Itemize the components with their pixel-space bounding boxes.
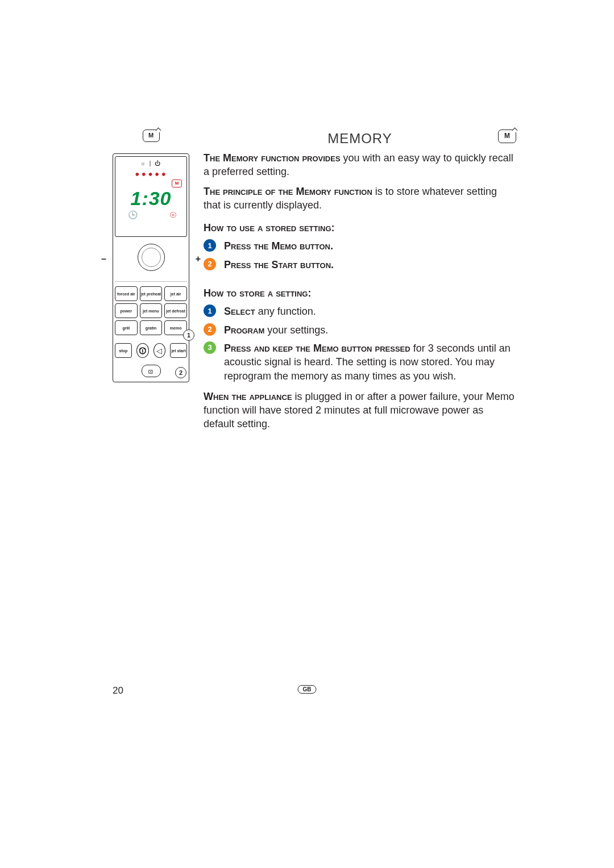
btn-grill: grill — [115, 320, 138, 335]
page-title: MEMORY — [204, 130, 516, 148]
panel-callout-2: 2 — [175, 367, 186, 378]
btn-stop: stop — [115, 343, 132, 358]
btn-forced-air: forced air — [115, 286, 138, 301]
store-step-3: 3 Press and keep the Memo button pressed… — [204, 341, 516, 383]
memo-icon: M — [143, 130, 160, 142]
microwave-icon: ⦾ — [170, 210, 176, 220]
page-number: 20 — [113, 685, 123, 696]
btn-jet-air: jet air — [164, 286, 187, 301]
content-column: MEMORY M The Memory function provides yo… — [204, 130, 516, 437]
store-step-1: 1 Select any function. — [204, 304, 516, 318]
final-paragraph: When the appliance is plugged in or afte… — [204, 390, 516, 431]
step-badge-1: 1 — [204, 239, 216, 252]
clock-icon: 🕒 — [128, 210, 138, 219]
heading-use-stored: How to use a stored setting: — [204, 221, 516, 235]
dial-minus-icon: – — [101, 254, 106, 264]
door-open-button: ⦻ — [142, 365, 161, 377]
btn-jet-menu: jet menu — [140, 303, 163, 318]
store-step-2: 2 Program your settings. — [204, 323, 516, 337]
bottom-button-row: stop ⏼ ◁ jet start — [115, 343, 187, 358]
control-panel: ☼ | ⏻ ••••• M 1:30 🕒 ⦾ – + forced air je… — [113, 153, 189, 382]
step-badge-3: 3 — [204, 341, 216, 354]
btn-jet-preheat: jet preheat — [140, 286, 163, 301]
step-badge-2: 2 — [204, 323, 216, 336]
btn-jet-start: jet start — [170, 343, 187, 358]
language-badge: GB — [298, 685, 317, 694]
display-power-dots: ••••• — [115, 169, 186, 180]
step-badge-1: 1 — [204, 304, 216, 317]
intro-paragraph-2: The principle of the Memory function is … — [204, 185, 516, 212]
heading-store-setting: How to store a setting: — [204, 286, 516, 300]
memo-icon: M — [498, 130, 516, 143]
step-badge-2: 2 — [204, 258, 216, 270]
display-memo-indicator: M — [172, 180, 182, 187]
panel-display: ☼ | ⏻ ••••• M 1:30 🕒 ⦾ — [115, 156, 187, 237]
btn-jet-defrost: jet defrost — [164, 303, 187, 318]
dial-plus-icon: + — [196, 254, 201, 264]
display-top-icons: ☼ | ⏻ — [115, 160, 186, 166]
rotary-dial — [138, 244, 165, 271]
btn-power: power — [115, 303, 138, 318]
btn-gratin: gratin — [140, 320, 163, 335]
intro-paragraph-1: The Memory function provides you with an… — [204, 151, 516, 179]
display-time: 1:30 — [115, 187, 186, 210]
panel-callout-1: 1 — [183, 329, 194, 341]
control-panel-illustration: M ☼ | ⏻ ••••• M 1:30 🕒 ⦾ – + forced air … — [113, 130, 189, 382]
btn-pause: ⏼ — [136, 343, 149, 358]
function-button-grid: forced air jet preheat jet air power jet… — [115, 281, 187, 335]
use-step-1: 1 Press the Memo button. — [204, 239, 516, 253]
use-step-2: 2 Press the Start button. — [204, 258, 516, 272]
btn-start: ◁ — [154, 343, 166, 358]
